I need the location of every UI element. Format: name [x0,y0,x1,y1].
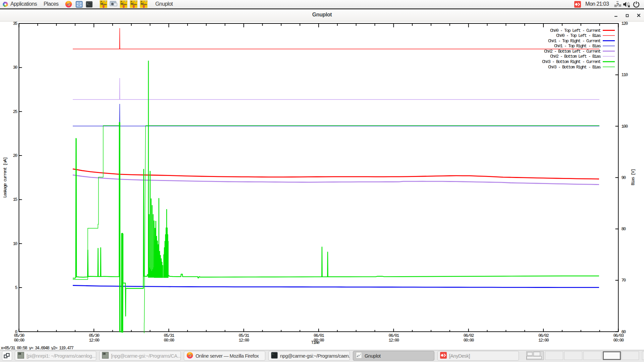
svg-text:Ch#1 - Top Right - Current: Ch#1 - Top Right - Current [548,39,601,44]
svg-text:100: 100 [622,124,628,129]
svg-text:Ch#3 - Bottom Right - Current: Ch#3 - Bottom Right - Current [542,59,601,64]
svg-text:15: 15 [13,197,17,202]
svg-text:Ch#1 - Top Right - Bias: Ch#1 - Top Right - Bias [554,44,601,49]
svg-text:>_: >_ [272,353,275,355]
svg-text:70: 70 [622,278,626,283]
svg-text:05/30: 05/30 [89,333,99,338]
svg-text:>_: >_ [87,3,90,5]
svg-text:12:00: 12:00 [388,338,399,343]
svg-text:>_: >_ [103,353,105,355]
svg-text:120: 120 [622,21,628,26]
svg-text:110: 110 [622,72,628,77]
svg-text:Ch#2 - Bottom Left - Current: Ch#2 - Bottom Left - Current [544,49,601,54]
svg-text:35: 35 [13,21,17,26]
svg-text:12:00: 12:00 [538,338,549,343]
svg-text:12:00: 12:00 [239,338,249,343]
svg-text:06/02: 06/02 [538,333,549,338]
svg-text:00:00: 00:00 [164,338,174,343]
svg-text:90: 90 [622,175,626,180]
svg-text:Bias [V]: Bias [V] [631,169,636,185]
svg-text:>_: >_ [18,353,21,355]
svg-text:Ch#0 - Top Left - Current: Ch#0 - Top Left - Current [550,28,601,33]
svg-text:05/30: 05/30 [14,333,24,338]
svg-text:00:00: 00:00 [464,338,474,343]
svg-text:Ch#2 - Bottom Left - Bias: Ch#2 - Bottom Left - Bias [550,54,601,59]
svg-text:20: 20 [13,153,17,158]
svg-text:?: ? [616,2,619,7]
svg-text:30: 30 [13,65,17,70]
svg-text:12:00: 12:00 [89,338,99,343]
svg-text:05/31: 05/31 [239,333,250,338]
svg-text:10: 10 [13,241,17,246]
svg-text:80: 80 [622,227,626,232]
svg-text:00:00: 00:00 [613,338,624,343]
svg-text:Time: Time [311,340,319,345]
svg-text:05/31: 05/31 [164,333,174,338]
svg-text:Ch#3 - Bottom Right - Bias: Ch#3 - Bottom Right - Bias [548,65,601,70]
svg-text:06/03: 06/03 [613,333,624,338]
svg-text:06/01: 06/01 [388,333,399,338]
svg-text:25: 25 [13,109,17,114]
svg-text:06/02: 06/02 [464,333,474,338]
svg-text:5: 5 [15,285,17,290]
svg-text:Leakage current [uA]: Leakage current [uA] [3,158,8,198]
svg-text:00:00: 00:00 [14,338,24,343]
svg-text:Ch#0 - Top Left - Bias: Ch#0 - Top Left - Bias [556,33,601,38]
svg-text:06/01: 06/01 [314,333,324,338]
